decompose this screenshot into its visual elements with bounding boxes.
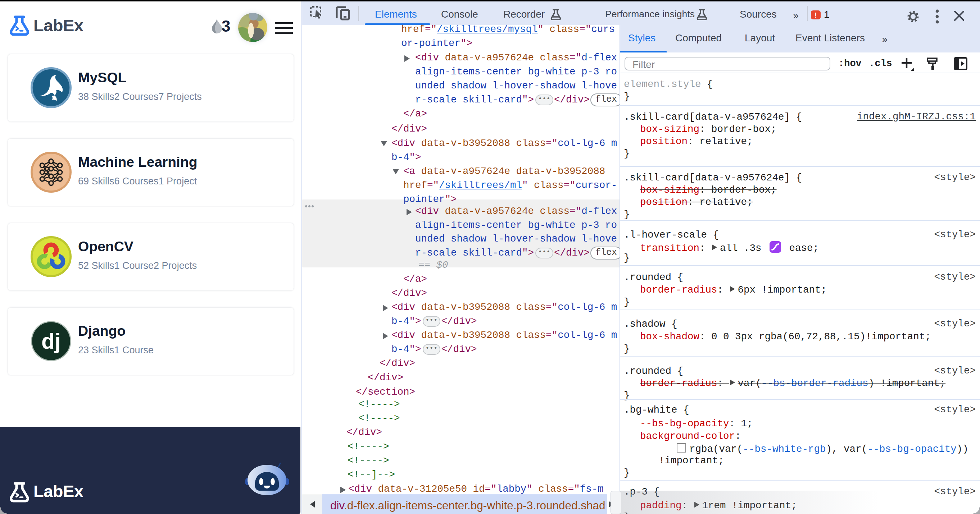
svg-text:dj: dj xyxy=(41,329,61,353)
